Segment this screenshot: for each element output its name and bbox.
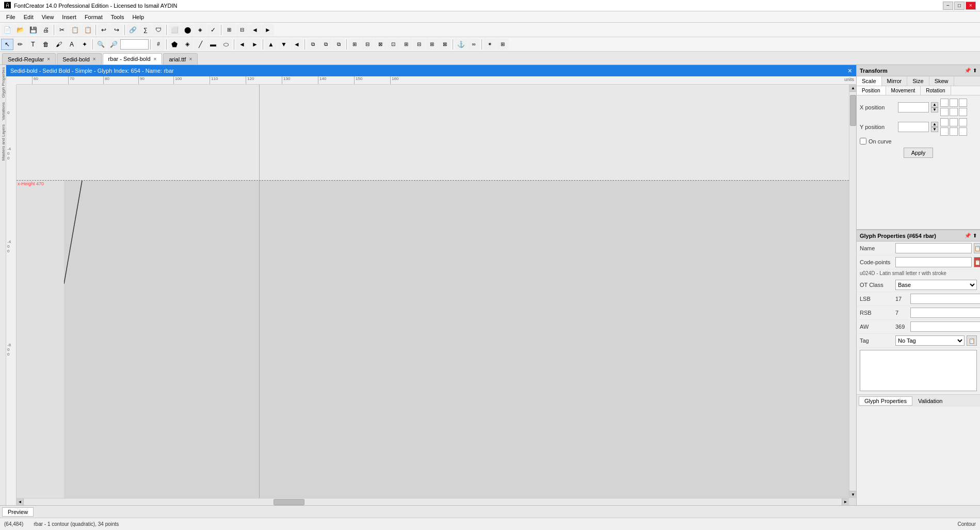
tb2-paste3[interactable]: ⧉ bbox=[332, 39, 345, 50]
tb2-text[interactable]: T bbox=[27, 39, 39, 50]
gp-name-input[interactable]: rbar bbox=[895, 243, 972, 253]
tb2-pencil[interactable]: ✏ bbox=[14, 39, 26, 50]
x-radio-4[interactable] bbox=[940, 108, 949, 116]
y-spin-up[interactable]: ▲ bbox=[931, 122, 938, 127]
left-panel-master-layers[interactable]: Masters and Layers bbox=[0, 122, 6, 163]
x-radio-2[interactable] bbox=[950, 99, 958, 107]
gp-name-btn[interactable]: 📋 bbox=[974, 243, 980, 253]
tb2-table2[interactable]: ⊟ bbox=[361, 39, 374, 50]
hscroll-left-btn[interactable]: ◄ bbox=[17, 499, 24, 506]
tb-validate[interactable]: 🛡 bbox=[152, 24, 165, 36]
tb-open[interactable]: 📂 bbox=[14, 24, 26, 36]
gp-otclass-select[interactable]: Base Mark Component None bbox=[895, 280, 977, 290]
tb2-table[interactable]: ⊞ bbox=[348, 39, 361, 50]
tb-arrow-right[interactable]: ► bbox=[262, 24, 274, 36]
on-curve-checkbox[interactable] bbox=[860, 138, 866, 144]
menu-edit[interactable]: Edit bbox=[20, 13, 38, 21]
tb-check[interactable]: ✓ bbox=[207, 24, 219, 36]
tb2-left-tri[interactable]: ◄ bbox=[291, 39, 303, 50]
tb-oval[interactable]: ⬤ bbox=[181, 24, 194, 36]
hscroll-right-btn[interactable]: ► bbox=[842, 499, 849, 506]
y-position-input[interactable]: 0 bbox=[898, 122, 929, 132]
menu-file[interactable]: File bbox=[2, 13, 20, 21]
glyph-header-close[interactable]: × bbox=[848, 67, 852, 75]
bottom-tab-preview[interactable]: Preview bbox=[2, 507, 34, 517]
tb2-right-arr[interactable]: ► bbox=[249, 39, 261, 50]
tb2-left-arr[interactable]: ◄ bbox=[236, 39, 248, 50]
tb-rect[interactable]: ⬜ bbox=[168, 24, 181, 36]
transform-subtab-movement[interactable]: Movement bbox=[886, 86, 921, 95]
transform-tab-mirror[interactable]: Mirror bbox=[882, 76, 908, 86]
tb2-eraser[interactable]: 🗑 bbox=[40, 39, 52, 50]
tb-paste[interactable]: 📋 bbox=[82, 24, 94, 36]
tb2-pen3[interactable]: ╱ bbox=[194, 39, 206, 50]
tb2-magnify-in[interactable]: 🔎 bbox=[107, 39, 120, 50]
apply-button[interactable]: Apply bbox=[904, 148, 934, 158]
gp-rsb-input[interactable]: 7 bbox=[910, 308, 980, 318]
tb2-rect2[interactable]: ▬ bbox=[207, 39, 219, 50]
tb-copy[interactable]: 📋 bbox=[69, 24, 81, 36]
tb2-fill[interactable]: A bbox=[66, 39, 78, 50]
tb-arrow-left[interactable]: ◄ bbox=[249, 24, 261, 36]
left-panel-variations[interactable]: Variations bbox=[0, 100, 6, 122]
tb2-magnify-out[interactable]: 🔍 bbox=[94, 39, 107, 50]
tb2-grid3[interactable]: ⊞ bbox=[496, 39, 509, 50]
tab-sedid-bold[interactable]: Sedid-bold × bbox=[57, 53, 101, 65]
transform-pin-btn[interactable]: 📌 bbox=[965, 68, 971, 73]
menu-insert[interactable]: Insert bbox=[58, 13, 81, 21]
tb-print[interactable]: 🖨 bbox=[40, 24, 52, 36]
tab-close-arial[interactable]: × bbox=[189, 56, 192, 62]
tb2-paste2[interactable]: ⧉ bbox=[319, 39, 332, 50]
tb2-table5[interactable]: ⊞ bbox=[400, 39, 412, 50]
tb2-anchor[interactable]: ⚓ bbox=[455, 39, 467, 50]
tab-close-sedid-bold[interactable]: × bbox=[93, 56, 96, 62]
y-radio-4[interactable] bbox=[940, 127, 949, 136]
menu-help[interactable]: Help bbox=[128, 13, 148, 21]
gp-lsb-input[interactable]: 17 bbox=[910, 294, 980, 304]
gp-codepoints-input[interactable]: $024D bbox=[895, 257, 972, 267]
tb-link[interactable]: 🔗 bbox=[126, 24, 139, 36]
tab-close-sedid-regular[interactable]: × bbox=[47, 56, 50, 62]
transform-tab-scale[interactable]: Scale bbox=[857, 76, 882, 86]
hscroll-thumb[interactable] bbox=[274, 499, 304, 505]
transform-tab-size[interactable]: Size bbox=[907, 76, 929, 86]
left-panel-glyph-properties[interactable]: Glyph Properties bbox=[0, 65, 6, 100]
y-spin-down[interactable]: ▼ bbox=[931, 127, 938, 132]
tb2-link2[interactable]: ∞ bbox=[468, 39, 480, 50]
tab-arial[interactable]: arial.ttf × bbox=[163, 53, 198, 65]
transform-subtab-rotation[interactable]: Rotation bbox=[921, 86, 951, 95]
glyph-props-pin-btn[interactable]: 📌 bbox=[965, 233, 971, 238]
transform-expand-btn[interactable]: ⬆ bbox=[973, 68, 977, 73]
vscroll-up-btn[interactable]: ▲ bbox=[849, 85, 856, 92]
gp-textarea[interactable] bbox=[860, 350, 977, 391]
tb2-star2[interactable]: ✶ bbox=[484, 39, 496, 50]
restore-button[interactable]: □ bbox=[954, 2, 965, 10]
x-spin-up[interactable]: ▲ bbox=[931, 102, 938, 107]
minimize-button[interactable]: − bbox=[943, 2, 953, 10]
tb-redo[interactable]: ↪ bbox=[110, 24, 123, 36]
tb2-brush[interactable]: 🖌 bbox=[53, 39, 65, 50]
tb-grid2[interactable]: ⊟ bbox=[236, 24, 248, 36]
tb-formula[interactable]: ∑ bbox=[139, 24, 152, 36]
tb-grid1[interactable]: ⊞ bbox=[223, 24, 235, 36]
gp-tab-properties[interactable]: Glyph Properties bbox=[859, 396, 912, 406]
transform-tab-skew[interactable]: Skew bbox=[929, 76, 954, 86]
vscroll-thumb[interactable] bbox=[850, 95, 856, 126]
tb2-table8[interactable]: ⊠ bbox=[439, 39, 451, 50]
tb2-grid[interactable]: # bbox=[152, 39, 165, 50]
gp-codepoints-btn1[interactable]: 📋 bbox=[974, 257, 980, 267]
gp-aw-input[interactable]: 369 bbox=[910, 322, 980, 332]
gp-tag-btn[interactable]: 📋 bbox=[967, 335, 977, 346]
menu-format[interactable]: Format bbox=[81, 13, 107, 21]
tb2-pen2[interactable]: ◈ bbox=[181, 39, 194, 50]
zoom-input[interactable]: 1338% bbox=[120, 39, 149, 50]
tab-rbar-sedid-bold[interactable]: rbar - Sedid-bold × bbox=[103, 53, 163, 65]
x-radio-6[interactable] bbox=[959, 108, 967, 116]
tb2-table4[interactable]: ⊡ bbox=[387, 39, 399, 50]
tab-sedid-regular[interactable]: Sedid-Regular × bbox=[2, 53, 56, 65]
y-radio-5[interactable] bbox=[950, 127, 958, 136]
menu-view[interactable]: View bbox=[38, 13, 58, 21]
x-radio-5[interactable] bbox=[950, 108, 958, 116]
tb2-table6[interactable]: ⊟ bbox=[413, 39, 425, 50]
y-radio-6[interactable] bbox=[959, 127, 967, 136]
